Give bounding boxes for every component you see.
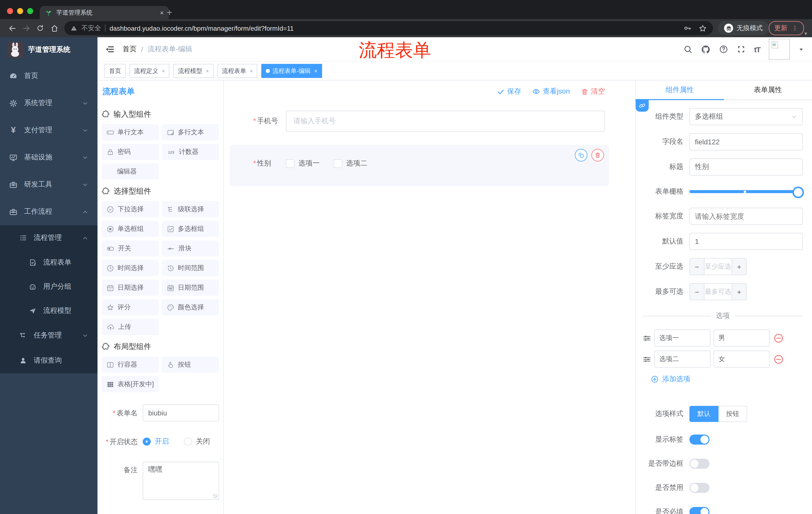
sidebar-item-devtools[interactable]: 研发工具 (0, 171, 97, 198)
palette-item-table[interactable]: 表格[开发中] (102, 376, 159, 392)
palette-item-password[interactable]: 密码 (102, 144, 159, 160)
close-tab-icon[interactable]: × (160, 9, 164, 16)
palette-item-single-text[interactable]: 单行文本 (102, 124, 159, 140)
tag-process-form[interactable]: 流程表单× (218, 64, 258, 78)
palette-item-upload[interactable]: 上传 (102, 319, 159, 335)
label-width-input[interactable] (689, 208, 803, 225)
form-grid-slider[interactable] (689, 184, 803, 200)
palette-item-counter[interactable]: 计数器 (162, 144, 219, 160)
checkbox-unchecked-icon[interactable] (286, 159, 294, 168)
avatar[interactable] (769, 39, 790, 60)
title-input[interactable] (689, 158, 803, 175)
checkbox-option-1[interactable]: 选项一 (286, 159, 320, 168)
checkbox-unchecked-icon[interactable] (334, 159, 342, 168)
delete-field-button[interactable] (591, 149, 604, 161)
sidebar-item-system[interactable]: 系统管理 (0, 89, 97, 117)
sidebar-item-leave-query[interactable]: 请假查询 (0, 348, 97, 373)
increase-button[interactable]: + (732, 283, 746, 300)
sidebar-item-task-mgmt[interactable]: 任务管理 (0, 323, 97, 348)
decrease-button[interactable]: − (690, 283, 704, 300)
tab-form-props[interactable]: 表单属性 (724, 80, 812, 100)
field-name-input[interactable] (689, 133, 803, 151)
resize-handle[interactable] (213, 494, 218, 498)
default-value-input[interactable] (689, 233, 803, 250)
option-value-input[interactable] (714, 351, 770, 368)
drag-handle-icon[interactable] (643, 334, 651, 342)
palette-item-editor[interactable]: 编辑器 (102, 163, 159, 180)
style-default-button[interactable]: 默认 (689, 406, 719, 422)
minimize-window-button[interactable] (17, 8, 23, 14)
user-menu-caret-icon[interactable] (799, 47, 804, 52)
close-tag-icon[interactable]: × (162, 68, 165, 74)
palette-item-switch[interactable]: 开关 (102, 240, 159, 256)
save-button[interactable]: 保存 (497, 87, 521, 96)
radio-closed[interactable]: 关闭 (184, 437, 210, 446)
close-window-button[interactable] (7, 8, 13, 14)
github-icon[interactable] (701, 45, 710, 54)
palette-item-time-range[interactable]: 时间范围 (162, 260, 219, 276)
sidebar-item-home[interactable]: 首页 (0, 62, 97, 89)
tag-process-form-edit[interactable]: 流程表单-编辑× (262, 64, 322, 78)
option-label-input[interactable] (654, 329, 710, 347)
password-key-icon[interactable] (684, 24, 691, 32)
palette-item-color-picker[interactable]: 颜色选择 (162, 299, 219, 315)
disabled-toggle[interactable] (689, 483, 709, 493)
collapse-sidebar-icon[interactable] (106, 45, 115, 54)
checkbox-option-2[interactable]: 选项二 (334, 159, 367, 168)
remark-textarea[interactable]: 嘿嘿 (143, 462, 219, 500)
drag-handle-icon[interactable] (643, 355, 651, 363)
font-size-icon[interactable]: tT (754, 45, 760, 54)
selected-gender-field[interactable]: *性别 选项一 选项二 (230, 145, 609, 186)
option-label-input[interactable] (654, 351, 710, 368)
duplicate-field-button[interactable] (575, 149, 587, 161)
border-toggle[interactable] (689, 459, 709, 469)
sidebar-item-workflow[interactable]: 工作流程 (0, 198, 97, 225)
toolbar-caret-icon[interactable]: ▼ (804, 31, 808, 36)
clear-button[interactable]: 清空 (581, 87, 605, 96)
forward-icon[interactable] (19, 21, 33, 35)
sidebar-item-infra[interactable]: 基础设施 (0, 144, 97, 171)
link-handle-tab[interactable] (636, 100, 649, 112)
phone-field-row[interactable]: *手机号 请输入手机号 (253, 111, 605, 132)
remove-option-button[interactable] (773, 333, 784, 343)
sidebar-item-payment[interactable]: ¥ 支付管理 (0, 117, 97, 144)
help-icon[interactable] (719, 45, 728, 54)
palette-item-row-container[interactable]: 行容器 (102, 357, 159, 373)
palette-item-rate[interactable]: 评分 (102, 299, 159, 315)
palette-item-slider[interactable]: 滑块 (162, 240, 219, 256)
decrease-button[interactable]: − (690, 259, 704, 275)
browser-update-button[interactable]: 更新 (769, 21, 804, 35)
reload-icon[interactable] (33, 21, 47, 35)
tab-component-props[interactable]: 组件属性 (636, 80, 724, 100)
browser-menu-dots-icon[interactable] (791, 25, 799, 32)
palette-item-multi-text[interactable]: 多行文本 (162, 124, 219, 140)
palette-item-cascader[interactable]: 级联选择 (162, 201, 219, 217)
macos-window-controls[interactable] (7, 8, 33, 14)
remove-option-button[interactable] (773, 354, 784, 364)
palette-item-date-range[interactable]: 日期范围 (162, 280, 219, 296)
tag-process-model[interactable]: 流程模型× (174, 64, 213, 78)
component-type-select[interactable]: 多选框组 (689, 108, 803, 125)
slider-handle[interactable] (792, 187, 804, 198)
palette-item-date-picker[interactable]: 日期选择 (102, 280, 159, 296)
sidebar-item-process-form[interactable]: 流程表单 (0, 250, 97, 275)
palette-item-checkbox-group[interactable]: 多选框组 (162, 221, 219, 237)
search-icon[interactable] (684, 45, 692, 54)
palette-item-radio-group[interactable]: 单选框组 (102, 221, 159, 237)
required-toggle[interactable] (689, 507, 709, 514)
palette-item-select[interactable]: 下拉选择 (102, 201, 159, 217)
fullscreen-icon[interactable] (736, 45, 746, 54)
browser-tab[interactable]: 芋道管理系统 × (40, 6, 169, 19)
close-tag-icon[interactable]: × (206, 68, 209, 74)
tag-process-definition[interactable]: 流程定义× (129, 64, 170, 78)
max-select-value[interactable]: 最多可选 (704, 283, 732, 300)
min-select-value[interactable]: 至少应选 (704, 259, 732, 275)
home-icon[interactable] (47, 21, 61, 35)
bookmark-star-icon[interactable] (698, 24, 707, 32)
new-tab-button[interactable]: + (167, 7, 172, 18)
radio-open[interactable]: 开启 (143, 437, 169, 446)
sidebar-item-user-group[interactable]: 用户分组 (0, 275, 97, 299)
sidebar-item-process-model[interactable]: 流程模型 (0, 299, 97, 323)
back-icon[interactable] (5, 21, 19, 35)
add-option-button[interactable]: 添加选项 (651, 375, 803, 384)
